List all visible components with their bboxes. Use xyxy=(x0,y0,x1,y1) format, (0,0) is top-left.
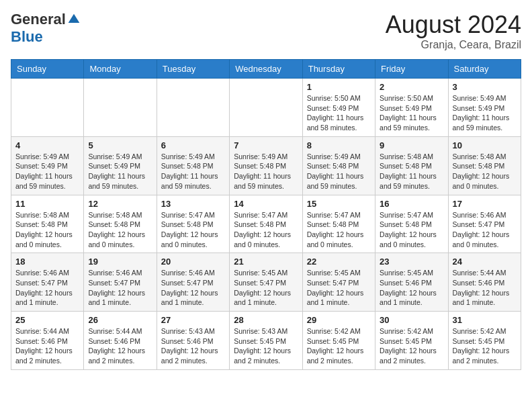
calendar-cell: 22Sunrise: 5:45 AMSunset: 5:47 PMDayligh… xyxy=(302,253,375,312)
day-number: 19 xyxy=(88,257,152,267)
day-info: Sunrise: 5:47 AMSunset: 5:48 PMDaylight:… xyxy=(380,210,443,250)
calendar-cell: 18Sunrise: 5:46 AMSunset: 5:47 PMDayligh… xyxy=(11,253,84,312)
day-number: 31 xyxy=(453,315,517,325)
day-number: 25 xyxy=(15,315,79,325)
day-number: 27 xyxy=(161,315,225,325)
calendar-cell: 21Sunrise: 5:45 AMSunset: 5:47 PMDayligh… xyxy=(230,253,302,312)
calendar-cell: 23Sunrise: 5:45 AMSunset: 5:46 PMDayligh… xyxy=(375,253,448,312)
logo-general-text: General xyxy=(11,11,66,28)
calendar-cell: 1Sunrise: 5:50 AMSunset: 5:49 PMDaylight… xyxy=(302,79,375,137)
day-info: Sunrise: 5:44 AMSunset: 5:46 PMDaylight:… xyxy=(453,268,517,308)
day-number: 21 xyxy=(234,257,298,267)
calendar-week-row: 11Sunrise: 5:48 AMSunset: 5:48 PMDayligh… xyxy=(11,195,521,253)
day-info: Sunrise: 5:43 AMSunset: 5:46 PMDaylight:… xyxy=(161,326,225,366)
svg-marker-0 xyxy=(69,14,80,23)
day-info: Sunrise: 5:49 AMSunset: 5:48 PMDaylight:… xyxy=(234,152,298,191)
day-number: 17 xyxy=(453,199,517,209)
title-section: August 2024 Granja, Ceara, Brazil xyxy=(386,11,521,51)
day-info: Sunrise: 5:48 AMSunset: 5:48 PMDaylight:… xyxy=(15,210,79,250)
calendar-cell: 3Sunrise: 5:49 AMSunset: 5:49 PMDaylight… xyxy=(448,79,521,137)
logo: General Blue xyxy=(11,11,81,46)
day-number: 9 xyxy=(380,140,443,150)
calendar-header: General Blue August 2024 Granja, Ceara, … xyxy=(11,11,521,51)
day-info: Sunrise: 5:47 AMSunset: 5:48 PMDaylight:… xyxy=(234,210,298,250)
calendar-week-row: 1Sunrise: 5:50 AMSunset: 5:49 PMDaylight… xyxy=(11,79,521,137)
calendar-cell xyxy=(230,79,302,137)
day-number: 20 xyxy=(161,257,225,267)
day-info: Sunrise: 5:49 AMSunset: 5:49 PMDaylight:… xyxy=(453,93,517,133)
calendar-table: SundayMondayTuesdayWednesdayThursdayFrid… xyxy=(11,59,521,370)
calendar-week-row: 18Sunrise: 5:46 AMSunset: 5:47 PMDayligh… xyxy=(11,253,521,312)
day-number: 4 xyxy=(15,140,79,150)
day-info: Sunrise: 5:45 AMSunset: 5:46 PMDaylight:… xyxy=(380,268,443,308)
day-number: 23 xyxy=(380,257,443,267)
calendar-cell: 13Sunrise: 5:47 AMSunset: 5:48 PMDayligh… xyxy=(157,195,229,253)
weekday-header-tuesday: Tuesday xyxy=(157,60,229,79)
calendar-cell: 6Sunrise: 5:49 AMSunset: 5:48 PMDaylight… xyxy=(157,136,229,195)
calendar-cell: 10Sunrise: 5:48 AMSunset: 5:48 PMDayligh… xyxy=(448,136,521,195)
calendar-cell xyxy=(11,79,84,137)
calendar-cell: 20Sunrise: 5:46 AMSunset: 5:47 PMDayligh… xyxy=(157,253,229,312)
day-info: Sunrise: 5:50 AMSunset: 5:49 PMDaylight:… xyxy=(380,93,443,133)
day-info: Sunrise: 5:49 AMSunset: 5:49 PMDaylight:… xyxy=(15,152,79,191)
day-info: Sunrise: 5:42 AMSunset: 5:45 PMDaylight:… xyxy=(380,326,443,366)
weekday-header-wednesday: Wednesday xyxy=(230,60,302,79)
day-info: Sunrise: 5:47 AMSunset: 5:48 PMDaylight:… xyxy=(307,210,371,250)
day-number: 18 xyxy=(15,257,79,267)
calendar-cell: 8Sunrise: 5:49 AMSunset: 5:48 PMDaylight… xyxy=(302,136,375,195)
day-number: 14 xyxy=(234,199,298,209)
calendar-title: August 2024 xyxy=(386,11,521,39)
day-number: 29 xyxy=(307,315,371,325)
weekday-header-friday: Friday xyxy=(375,60,448,79)
calendar-cell: 29Sunrise: 5:42 AMSunset: 5:45 PMDayligh… xyxy=(302,312,375,370)
calendar-cell: 19Sunrise: 5:46 AMSunset: 5:47 PMDayligh… xyxy=(84,253,157,312)
calendar-cell: 2Sunrise: 5:50 AMSunset: 5:49 PMDaylight… xyxy=(375,79,448,137)
day-info: Sunrise: 5:44 AMSunset: 5:46 PMDaylight:… xyxy=(88,326,152,366)
day-info: Sunrise: 5:45 AMSunset: 5:47 PMDaylight:… xyxy=(307,268,371,308)
day-number: 11 xyxy=(15,199,79,209)
calendar-cell: 9Sunrise: 5:48 AMSunset: 5:48 PMDaylight… xyxy=(375,136,448,195)
logo-icon xyxy=(67,13,81,26)
calendar-cell: 14Sunrise: 5:47 AMSunset: 5:48 PMDayligh… xyxy=(230,195,302,253)
day-info: Sunrise: 5:48 AMSunset: 5:48 PMDaylight:… xyxy=(380,152,443,191)
calendar-cell: 27Sunrise: 5:43 AMSunset: 5:46 PMDayligh… xyxy=(157,312,229,370)
day-info: Sunrise: 5:46 AMSunset: 5:47 PMDaylight:… xyxy=(453,210,517,250)
calendar-cell xyxy=(84,79,157,137)
calendar-cell xyxy=(157,79,229,137)
day-number: 22 xyxy=(307,257,371,267)
calendar-cell: 30Sunrise: 5:42 AMSunset: 5:45 PMDayligh… xyxy=(375,312,448,370)
day-number: 10 xyxy=(453,140,517,150)
calendar-cell: 16Sunrise: 5:47 AMSunset: 5:48 PMDayligh… xyxy=(375,195,448,253)
day-info: Sunrise: 5:49 AMSunset: 5:48 PMDaylight:… xyxy=(161,152,225,191)
day-info: Sunrise: 5:48 AMSunset: 5:48 PMDaylight:… xyxy=(453,152,517,191)
calendar-week-row: 25Sunrise: 5:44 AMSunset: 5:46 PMDayligh… xyxy=(11,312,521,370)
logo-blue-text: Blue xyxy=(11,28,43,46)
day-info: Sunrise: 5:46 AMSunset: 5:47 PMDaylight:… xyxy=(88,268,152,308)
weekday-header-monday: Monday xyxy=(84,60,157,79)
day-number: 6 xyxy=(161,140,225,150)
day-number: 30 xyxy=(380,315,443,325)
day-number: 13 xyxy=(161,199,225,209)
weekday-header-row: SundayMondayTuesdayWednesdayThursdayFrid… xyxy=(11,60,521,79)
day-info: Sunrise: 5:50 AMSunset: 5:49 PMDaylight:… xyxy=(307,93,371,133)
day-info: Sunrise: 5:47 AMSunset: 5:48 PMDaylight:… xyxy=(161,210,225,250)
calendar-week-row: 4Sunrise: 5:49 AMSunset: 5:49 PMDaylight… xyxy=(11,136,521,195)
day-info: Sunrise: 5:45 AMSunset: 5:47 PMDaylight:… xyxy=(234,268,298,308)
day-info: Sunrise: 5:43 AMSunset: 5:45 PMDaylight:… xyxy=(234,326,298,366)
day-number: 3 xyxy=(453,82,517,92)
calendar-cell: 17Sunrise: 5:46 AMSunset: 5:47 PMDayligh… xyxy=(448,195,521,253)
day-info: Sunrise: 5:46 AMSunset: 5:47 PMDaylight:… xyxy=(161,268,225,308)
day-info: Sunrise: 5:48 AMSunset: 5:48 PMDaylight:… xyxy=(88,210,152,250)
day-info: Sunrise: 5:44 AMSunset: 5:46 PMDaylight:… xyxy=(15,326,79,366)
calendar-cell: 26Sunrise: 5:44 AMSunset: 5:46 PMDayligh… xyxy=(84,312,157,370)
calendar-cell: 24Sunrise: 5:44 AMSunset: 5:46 PMDayligh… xyxy=(448,253,521,312)
day-number: 1 xyxy=(307,82,371,92)
calendar-cell: 11Sunrise: 5:48 AMSunset: 5:48 PMDayligh… xyxy=(11,195,84,253)
day-info: Sunrise: 5:42 AMSunset: 5:45 PMDaylight:… xyxy=(453,326,517,366)
calendar-cell: 7Sunrise: 5:49 AMSunset: 5:48 PMDaylight… xyxy=(230,136,302,195)
calendar-cell: 31Sunrise: 5:42 AMSunset: 5:45 PMDayligh… xyxy=(448,312,521,370)
day-number: 24 xyxy=(453,257,517,267)
calendar-cell: 28Sunrise: 5:43 AMSunset: 5:45 PMDayligh… xyxy=(230,312,302,370)
day-number: 28 xyxy=(234,315,298,325)
day-info: Sunrise: 5:42 AMSunset: 5:45 PMDaylight:… xyxy=(307,326,371,366)
